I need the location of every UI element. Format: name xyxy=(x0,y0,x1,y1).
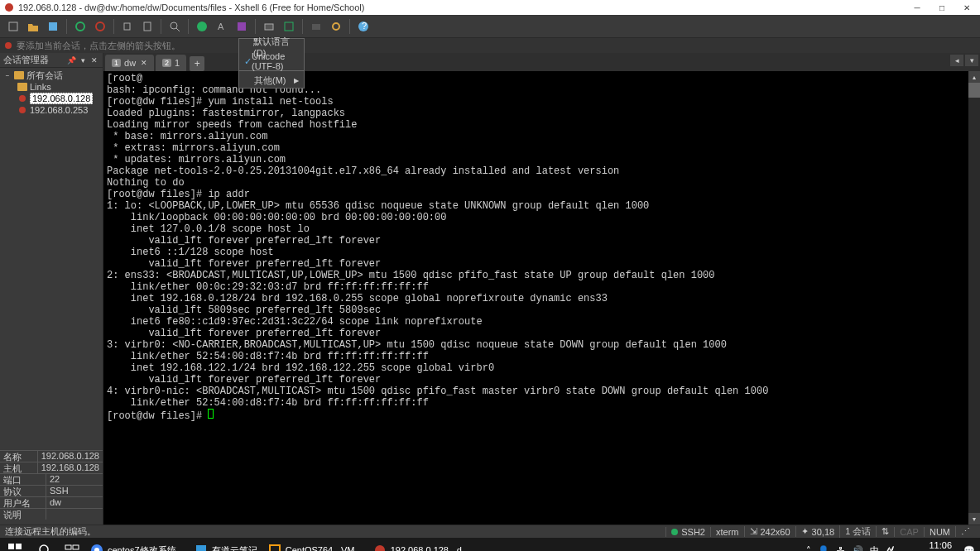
taskbar-clock[interactable]: 11:06 2020/10/25 xyxy=(901,540,957,551)
tree-host-selected[interactable]: 192.068.0.128 xyxy=(0,93,103,104)
xftp-button[interactable] xyxy=(280,17,298,36)
taskview-button[interactable] xyxy=(60,538,84,551)
property-key: 端口 xyxy=(0,474,46,485)
tray-volume-icon[interactable]: 🔊 xyxy=(852,545,863,552)
status-session-count: 1 会话 xyxy=(839,525,876,538)
encoding-dropdown-button[interactable] xyxy=(193,17,211,36)
svg-rect-1 xyxy=(9,22,17,31)
taskbar-chrome[interactable]: centos7修改系统... xyxy=(84,538,189,551)
status-updown-icon: ⇅ xyxy=(876,526,894,537)
new-session-button[interactable] xyxy=(4,17,22,36)
status-cap: CAP xyxy=(894,527,924,537)
svg-point-4 xyxy=(96,22,104,31)
tab-close-icon[interactable]: ✕ xyxy=(141,59,147,67)
svg-rect-24 xyxy=(65,545,71,549)
start-button[interactable] xyxy=(0,538,30,551)
status-term-type: xterm xyxy=(710,527,744,537)
disconnect-button[interactable] xyxy=(91,17,109,36)
tray-network-icon[interactable]: 🖧 xyxy=(836,545,845,551)
session-manager-title: 会话管理器 xyxy=(3,54,49,66)
svg-line-8 xyxy=(176,28,180,31)
status-bar: 连接远程主机的编码。 SSH2 xterm ⇲ 242x60 ✦ 30,18 1… xyxy=(0,525,980,538)
close-button[interactable]: ✕ xyxy=(962,2,972,12)
session-manager-panel: 会话管理器 📌 ▾ ✕ − 所有会话 Links 192.068.0.128 xyxy=(0,53,103,525)
collapse-icon[interactable]: − xyxy=(3,72,12,79)
tray-battery-icon[interactable]: 🗲 xyxy=(886,545,895,551)
menu-other[interactable]: 其他(M)▶ xyxy=(239,73,304,88)
maximize-button[interactable]: □ xyxy=(937,2,947,12)
scroll-thumb[interactable] xyxy=(968,83,980,98)
taskbar-youdao[interactable]: 有道云笔记 xyxy=(189,538,262,551)
property-value xyxy=(46,509,103,520)
svg-point-7 xyxy=(171,22,177,29)
copy-button[interactable] xyxy=(118,17,137,36)
host-icon xyxy=(17,105,28,115)
session-manager-header: 会话管理器 📌 ▾ ✕ xyxy=(0,53,103,68)
hint-bar: 要添加当前会话，点击左侧的箭头按钮。 xyxy=(0,38,980,53)
property-row: 协议SSH xyxy=(0,485,103,496)
svg-rect-2 xyxy=(49,22,57,31)
open-button[interactable] xyxy=(24,17,42,36)
property-key: 主机 xyxy=(0,462,38,473)
svg-point-3 xyxy=(76,22,84,31)
new-tab-button[interactable]: + xyxy=(190,56,204,71)
session-tree: − 所有会话 Links 192.068.0.128 192.068.0.253 xyxy=(0,68,103,450)
property-value: 22 xyxy=(46,474,103,485)
scroll-down-button[interactable]: ▾ xyxy=(968,513,980,525)
menu-unicode[interactable]: ✓Unicode (UTF-8) xyxy=(239,54,304,69)
status-message: 连接远程主机的编码。 xyxy=(5,525,665,538)
scroll-up-button[interactable]: ▴ xyxy=(968,71,980,83)
encoding-menu: 默认语言(D) ✓Unicode (UTF-8) 其他(M)▶ xyxy=(238,38,305,89)
notification-button[interactable]: 💬 xyxy=(963,545,975,552)
reconnect-button[interactable] xyxy=(71,17,89,36)
svg-rect-25 xyxy=(73,545,79,549)
terminal-cursor xyxy=(208,409,214,419)
options-button[interactable] xyxy=(327,17,345,36)
tree-root[interactable]: − 所有会话 xyxy=(0,69,103,81)
search-button[interactable] xyxy=(30,538,60,551)
property-key: 用户名 xyxy=(0,497,46,508)
hint-text: 要添加当前会话，点击左侧的箭头按钮。 xyxy=(17,40,180,52)
tray-chevron-icon[interactable]: ˄ xyxy=(806,545,811,552)
terminal[interactable]: [root@ bash: ipconfig: command not found… xyxy=(103,71,980,525)
help-button[interactable]: ? xyxy=(354,17,372,36)
font-button[interactable]: A xyxy=(213,17,231,36)
tree-links-folder[interactable]: Links xyxy=(0,81,103,93)
panel-pin-button[interactable]: 📌 xyxy=(66,55,76,65)
taskbar-xshell[interactable]: 192.068.0.128 - d... xyxy=(368,538,474,551)
taskbar-vmware[interactable]: CentOS764 - VM... xyxy=(262,538,368,551)
terminal-workarea: 1 dw ✕ 2 1 + ◂ ▾ 默认语言(D) ✓Unicode (UTF-8… xyxy=(103,53,980,525)
find-button[interactable] xyxy=(166,17,184,36)
tree-host-2[interactable]: 192.068.0.253 xyxy=(0,104,103,116)
tab-1[interactable]: 1 dw ✕ xyxy=(105,55,154,71)
tray-people-icon[interactable]: 👤 xyxy=(818,545,829,552)
transfer-button[interactable] xyxy=(260,17,278,36)
windows-taskbar: centos7修改系统... 有道云笔记 CentOS764 - VM... 1… xyxy=(0,538,980,551)
svg-point-22 xyxy=(40,545,48,551)
toolbar: A ? xyxy=(0,15,980,38)
property-key: 说明 xyxy=(0,509,46,520)
status-cursor-pos: ✦ 30,18 xyxy=(795,526,840,537)
system-tray[interactable]: ˄ 👤 🖧 🔊 中 🗲 11:06 2020/10/25 💬 xyxy=(801,540,980,551)
property-value: dw xyxy=(46,497,103,508)
property-row: 主机192.168.0.128 xyxy=(0,462,103,473)
hint-icon xyxy=(5,42,12,49)
tab-2[interactable]: 2 1 xyxy=(156,55,186,71)
color-button[interactable] xyxy=(233,17,251,36)
tray-ime-icon[interactable]: 中 xyxy=(870,544,879,552)
minimize-button[interactable]: ─ xyxy=(912,2,922,12)
terminal-scrollbar[interactable]: ▴ ▾ xyxy=(968,71,980,525)
property-key: 名称 xyxy=(0,451,38,462)
tab-next-button[interactable]: ▾ xyxy=(965,55,978,66)
properties-button[interactable] xyxy=(307,17,325,36)
svg-rect-28 xyxy=(196,545,206,551)
property-row: 用户名dw xyxy=(0,496,103,508)
svg-rect-19 xyxy=(16,544,22,549)
save-button[interactable] xyxy=(44,17,62,36)
panel-menu-button[interactable]: ▾ xyxy=(78,55,88,65)
tab-bar: 1 dw ✕ 2 1 + xyxy=(103,53,980,71)
paste-button[interactable] xyxy=(138,17,156,36)
panel-close-button[interactable]: ✕ xyxy=(89,55,99,65)
status-resize-grip[interactable]: ⋰ xyxy=(955,526,975,537)
tab-prev-button[interactable]: ◂ xyxy=(950,55,963,66)
